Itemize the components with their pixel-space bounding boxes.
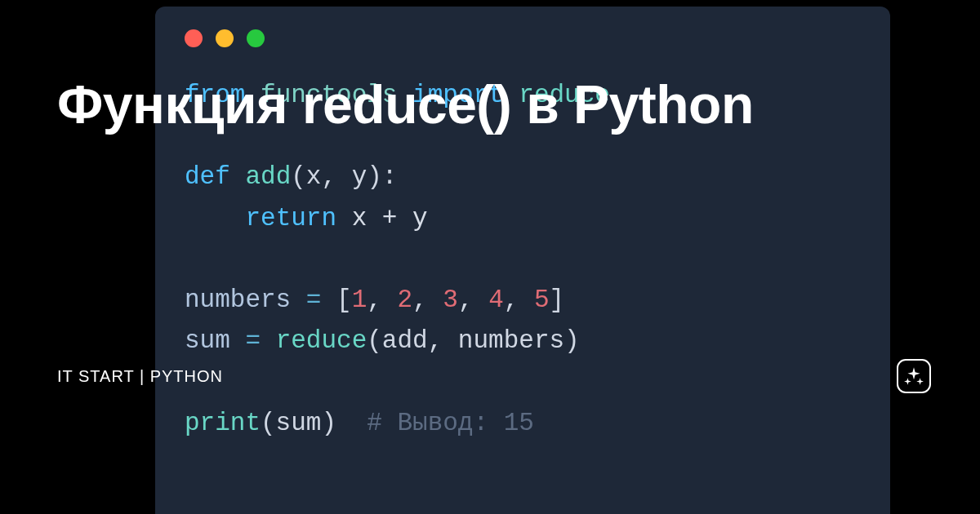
num-4: 4 — [488, 286, 504, 314]
bracket-open: [ — [336, 286, 352, 314]
function-name: add — [245, 162, 291, 191]
call-print: print — [185, 409, 261, 437]
num-2: 2 — [397, 286, 412, 314]
sparkle-icon — [897, 359, 931, 393]
window-controls — [185, 29, 861, 47]
minimize-icon — [216, 29, 234, 47]
bracket-close: ] — [550, 286, 565, 314]
comment-output: # Вывод: 15 — [367, 409, 534, 437]
keyword-return: return — [245, 204, 336, 233]
keyword-def: def — [185, 162, 230, 191]
channel-name: IT START | PYTHON — [57, 367, 223, 386]
maximize-icon — [247, 29, 265, 47]
assign-op: = — [230, 326, 276, 355]
params: (x, y) — [291, 162, 382, 191]
return-expr: x + y — [336, 204, 428, 233]
close-icon — [185, 29, 203, 47]
call-args: (add, numbers) — [367, 326, 579, 355]
num-1: 1 — [352, 286, 368, 314]
num-3: 3 — [443, 286, 458, 314]
assign-op: = — [291, 286, 336, 314]
var-numbers: numbers — [185, 286, 291, 314]
page-title: Функция reduce() в Python — [57, 73, 754, 135]
num-5: 5 — [534, 286, 550, 314]
var-sum: sum — [185, 326, 230, 355]
call-reduce: reduce — [276, 326, 368, 355]
colon: : — [382, 162, 398, 191]
print-args: (sum) — [261, 409, 336, 437]
